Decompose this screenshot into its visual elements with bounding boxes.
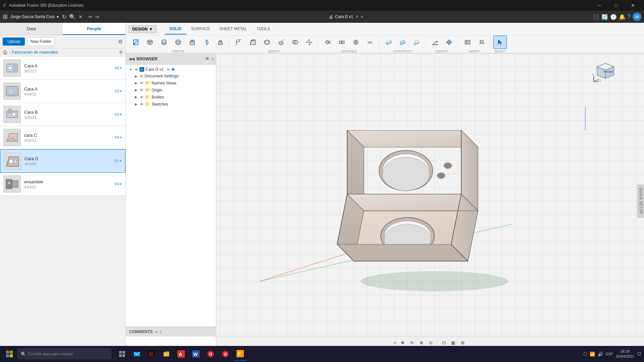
- browser-options-icon[interactable]: ⚙: [206, 57, 209, 61]
- viewport[interactable]: ◀◀ BROWSER ⚙ | ▼ 👁 C Cara D v1 ⚙: [126, 53, 644, 349]
- volume-icon[interactable]: 🔊: [598, 352, 603, 357]
- refresh2-icon[interactable]: 🔄: [601, 14, 608, 20]
- taskbar-explorer-button[interactable]: [160, 347, 173, 361]
- apps-grid-icon[interactable]: ⊞: [3, 13, 8, 20]
- tree-origin-eye[interactable]: 👁: [140, 88, 144, 92]
- tab-solid[interactable]: SOLID: [165, 24, 186, 35]
- taskbar-opera-button[interactable]: O: [204, 347, 217, 361]
- create-loft-button[interactable]: [214, 36, 227, 49]
- file-item[interactable]: ensamble 4/14/21 V4▼: [0, 173, 125, 196]
- create-cylinder-button[interactable]: [157, 36, 171, 49]
- assemble-drive-button[interactable]: [349, 36, 363, 49]
- refresh-icon[interactable]: ↻: [62, 14, 66, 20]
- file-version[interactable]: V4▼: [115, 182, 122, 186]
- file-version[interactable]: V4▼: [115, 135, 122, 139]
- insert-decal-button[interactable]: [475, 36, 488, 49]
- breadcrumb-path[interactable]: Fabricacion de materiales: [12, 50, 58, 55]
- tree-root-item[interactable]: ▼ 👁 C Cara D v1 ⚙: [126, 66, 216, 73]
- tree-bodies-item[interactable]: ▶ 👁 📁 Bodies: [126, 94, 216, 101]
- inspect-measure-button[interactable]: [428, 36, 442, 49]
- tree-sketches-eye[interactable]: 👁: [140, 102, 144, 106]
- undo-icon[interactable]: ↩: [89, 14, 93, 19]
- taskbar-word-button[interactable]: W: [189, 347, 203, 361]
- file-version[interactable]: V2▼: [115, 89, 122, 93]
- file-item[interactable]: Cara A 4/14/21 V2▼: [0, 80, 125, 103]
- file-item[interactable]: Cara B 3/31/21 V3▼: [0, 103, 125, 126]
- tree-root-settings-icon[interactable]: ⚙: [166, 67, 170, 72]
- create-box-button[interactable]: [143, 36, 157, 49]
- browser-collapse-button[interactable]: ◀◀: [128, 57, 135, 61]
- modify-combine-button[interactable]: [288, 36, 302, 49]
- tab-sheet-metal[interactable]: SHEET METAL: [215, 24, 252, 35]
- assemble-joint-button[interactable]: [321, 36, 334, 49]
- network-icon[interactable]: 📶: [590, 352, 595, 357]
- language-label[interactable]: ESP: [606, 352, 613, 356]
- maximize-button[interactable]: □: [608, 0, 624, 11]
- file-version[interactable]: V3▼: [115, 112, 122, 116]
- file-item[interactable]: Cara A 3/31/21 V5▼: [0, 57, 125, 80]
- close-icon[interactable]: ✕: [78, 14, 83, 19]
- tree-sketches-item[interactable]: ▶ 👁 📁 Sketches: [126, 101, 216, 108]
- new-folder-button[interactable]: New Folder: [27, 37, 55, 46]
- tab-tools[interactable]: TOOLS: [252, 24, 275, 35]
- save-icon[interactable]: ⬛: [593, 14, 599, 20]
- assemble-motion-button[interactable]: [363, 36, 377, 49]
- taskbar-opera2-button[interactable]: O: [219, 347, 232, 361]
- select-button[interactable]: [493, 36, 507, 49]
- taskbar-netflix-button[interactable]: N: [145, 347, 158, 361]
- modify-shell-button[interactable]: [260, 36, 274, 49]
- comments-expand-icon[interactable]: |: [160, 329, 161, 334]
- clock-icon[interactable]: 🕐: [610, 14, 617, 20]
- tab-people[interactable]: People: [63, 23, 125, 35]
- help-icon[interactable]: ?: [628, 14, 631, 20]
- tree-root-eye[interactable]: 👁: [135, 67, 138, 71]
- file-item[interactable]: Cara D 4/13/21 V1▼: [0, 149, 125, 173]
- home-icon[interactable]: 🏠: [3, 50, 8, 55]
- create-revolve-button[interactable]: [200, 36, 213, 49]
- bell-icon[interactable]: 🔔: [619, 14, 626, 20]
- file-version[interactable]: V1▼: [114, 159, 122, 163]
- modify-scale-button[interactable]: [274, 36, 288, 49]
- breadcrumb-gear-icon[interactable]: ⚙: [119, 50, 123, 55]
- tab-surface[interactable]: SURFACE: [186, 24, 215, 35]
- tree-named-views-item[interactable]: ▶ 👁 📁 Named Views: [126, 79, 216, 86]
- taskbar-search[interactable]: 🔍 Escribe aquí para buscar: [17, 349, 111, 359]
- windows-start-button[interactable]: [3, 347, 16, 361]
- browser-pin-icon[interactable]: |: [212, 57, 213, 61]
- view-cube[interactable]: FRONT X Y Z: [590, 57, 617, 83]
- construct-tangent-plane-button[interactable]: [410, 36, 423, 49]
- create-sphere-button[interactable]: [171, 36, 185, 49]
- file-item[interactable]: cara C 3/31/21 V4▼: [0, 126, 125, 149]
- tree-doc-settings-item[interactable]: ▶ ⚙ Document Settings: [126, 73, 216, 79]
- notification-icon[interactable]: 🗨: [637, 352, 641, 357]
- modify-move-button[interactable]: [303, 36, 316, 49]
- taskbar-autocad-button[interactable]: A: [174, 347, 188, 361]
- taskbar-mail-button[interactable]: [130, 347, 144, 361]
- doc-close-button[interactable]: ✕: [355, 14, 359, 19]
- modify-fillet-button[interactable]: [232, 36, 246, 49]
- modify-chamfer-button[interactable]: [246, 36, 260, 49]
- tab-data[interactable]: Data: [0, 23, 63, 35]
- upload-button[interactable]: Upload: [3, 38, 25, 46]
- construct-offset-plane-button[interactable]: [382, 36, 395, 49]
- construct-angle-plane-button[interactable]: [396, 36, 409, 49]
- create-sketch-button[interactable]: [129, 36, 143, 49]
- user-name[interactable]: Jorge Garcia Santa Cruz ▼: [10, 14, 59, 19]
- user-avatar[interactable]: JG: [633, 12, 641, 21]
- tree-bodies-eye[interactable]: 👁: [140, 95, 144, 99]
- redo-icon[interactable]: ↪: [95, 14, 99, 19]
- create-extrude-button[interactable]: [185, 36, 199, 49]
- quick-setup-panel[interactable]: QUICK SETUP: [637, 184, 644, 218]
- panel-settings-icon[interactable]: ⚙: [118, 39, 123, 45]
- search-icon[interactable]: 🔍: [69, 14, 76, 20]
- close-button[interactable]: ✕: [625, 0, 641, 11]
- new-tab-button[interactable]: +: [361, 14, 364, 20]
- tree-origin-item[interactable]: ▶ 👁 📁 Origin: [126, 86, 216, 94]
- inspect-xray-button[interactable]: [442, 36, 456, 49]
- taskbar-clock[interactable]: 18:18 15/04/2021: [616, 349, 634, 359]
- taskbar-fusion-button[interactable]: F: [233, 347, 247, 361]
- tree-named-views-eye[interactable]: 👁: [140, 81, 144, 85]
- taskbar-taskview-button[interactable]: [115, 347, 129, 361]
- assemble-rigid-button[interactable]: [335, 36, 348, 49]
- file-version[interactable]: V5▼: [115, 66, 122, 70]
